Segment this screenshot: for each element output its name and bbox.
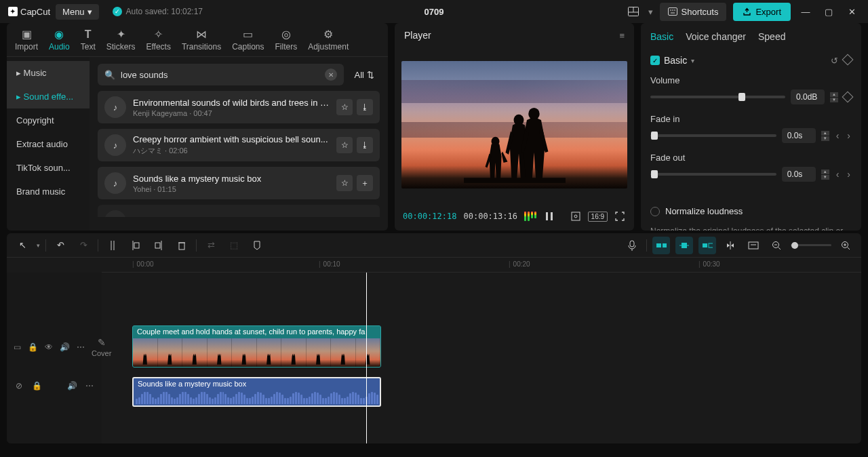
sidebar-item-extract[interactable]: Extract audio: [7, 132, 90, 156]
undo-button[interactable]: ↶: [52, 237, 69, 254]
fadeout-value[interactable]: 0.0s: [782, 167, 816, 182]
clear-cache-button[interactable]: [745, 237, 762, 254]
tracks-area[interactable]: ▭ 🔒 👁 🔊 ⋯ ✎ Cover ⊘ 🔒 �: [7, 273, 861, 443]
tab-audio[interactable]: ◉Audio: [43, 26, 75, 54]
volume-slider[interactable]: [650, 96, 785, 98]
volume-up[interactable]: ▲: [830, 92, 838, 97]
result-item[interactable]: ♪ Creepy horror ambient with suspicious …: [98, 129, 380, 161]
download-button[interactable]: ⭳: [357, 137, 373, 153]
tab-basic[interactable]: Basic: [650, 31, 673, 42]
tab-adjustment[interactable]: ⚙Adjustment: [302, 26, 354, 54]
tab-speed[interactable]: Speed: [758, 31, 785, 42]
tab-filters[interactable]: ◎Filters: [270, 26, 303, 54]
result-item[interactable]: ♪ DJ scratch sounds and simple beats(128…: [98, 205, 380, 217]
result-item[interactable]: ♪ Sounds like a mystery music box Yohei …: [98, 167, 380, 199]
pointer-tool[interactable]: ↖: [14, 237, 31, 254]
magnet-main-button[interactable]: [652, 237, 670, 254]
audio-clip[interactable]: Sounds like a mystery music box: [132, 377, 381, 407]
mute-icon[interactable]: 🔊: [60, 342, 70, 352]
favorite-button[interactable]: ☆: [336, 137, 353, 153]
split-button[interactable]: [104, 237, 121, 254]
volume-down[interactable]: ▼: [830, 98, 838, 102]
eye-icon[interactable]: 👁: [45, 342, 53, 352]
tab-stickers[interactable]: ✦Stickers: [101, 26, 141, 54]
timeline-ruler[interactable]: 00:00 00:10 00:20 00:30: [102, 258, 861, 273]
trim-left-button[interactable]: [127, 237, 144, 254]
disable-icon[interactable]: ⊘: [14, 381, 24, 391]
mute-icon[interactable]: 🔊: [66, 381, 77, 391]
player-menu-button[interactable]: ≡: [619, 31, 625, 41]
volume-keyframe[interactable]: [842, 92, 854, 103]
keyframe-button[interactable]: [842, 54, 854, 65]
add-button[interactable]: ＋: [357, 175, 373, 191]
menu-button[interactable]: Menu ▾: [56, 4, 99, 20]
chevron-down-icon[interactable]: ▾: [37, 242, 40, 249]
next-arrow[interactable]: ›: [846, 130, 852, 141]
fadein-up[interactable]: ▲: [821, 131, 829, 136]
more-icon[interactable]: ⋯: [77, 342, 85, 352]
volume-value[interactable]: 0.0dB: [791, 90, 825, 104]
download-button[interactable]: ⭳: [357, 99, 373, 115]
maximize-button[interactable]: ▢: [821, 3, 837, 20]
aspect-ratio-button[interactable]: 16:9: [589, 207, 606, 225]
lock-icon[interactable]: 🔒: [28, 342, 38, 352]
tab-transitions[interactable]: ⋈Transitions: [176, 26, 226, 54]
sidebar-item-sound-effects[interactable]: ▸ Sound effe...: [7, 85, 90, 108]
layout-button[interactable]: [625, 3, 642, 20]
result-item[interactable]: ♪ Environmental sounds of wild birds and…: [98, 91, 380, 123]
marker-button[interactable]: [248, 237, 266, 254]
video-preview[interactable]: [401, 61, 627, 188]
shortcuts-button[interactable]: Shortcuts: [660, 3, 727, 21]
zoom-slider[interactable]: [791, 244, 831, 246]
safe-zone-button[interactable]: [570, 207, 583, 225]
minimize-button[interactable]: —: [797, 3, 814, 20]
track-type-icon[interactable]: ▭: [14, 342, 21, 352]
export-button[interactable]: Export: [733, 3, 791, 21]
pause-button[interactable]: [543, 207, 556, 225]
redo-button[interactable]: ↷: [75, 237, 92, 254]
zoom-in-button[interactable]: [837, 237, 854, 254]
favorite-button[interactable]: ☆: [336, 175, 353, 191]
chevron-down-icon[interactable]: ▾: [648, 7, 653, 17]
mirror-button[interactable]: ⇄: [202, 237, 220, 254]
sidebar-item-brand[interactable]: Brand music: [7, 180, 90, 203]
search-box[interactable]: 🔍 ✕: [98, 64, 344, 85]
next-arrow[interactable]: ›: [846, 169, 852, 180]
fadein-down[interactable]: ▼: [821, 136, 829, 141]
link-button[interactable]: [698, 237, 716, 254]
fadeout-down[interactable]: ▼: [821, 175, 829, 180]
normalize-loudness-row[interactable]: Normalize loudness: [650, 206, 852, 216]
more-icon[interactable]: ⋯: [84, 381, 95, 391]
lock-icon[interactable]: 🔒: [31, 381, 42, 391]
zoom-out-button[interactable]: [768, 237, 785, 254]
tab-effects[interactable]: ✧Effects: [140, 26, 176, 54]
playhead[interactable]: [366, 273, 367, 443]
fadein-slider[interactable]: [650, 134, 776, 137]
tab-import[interactable]: ▣Import: [9, 26, 43, 54]
tab-voice-changer[interactable]: Voice changer: [686, 31, 746, 42]
crop-button[interactable]: ⬚: [225, 237, 243, 254]
search-input[interactable]: [121, 70, 319, 80]
magnet-track-button[interactable]: [675, 237, 693, 254]
clear-search-button[interactable]: ✕: [325, 68, 337, 81]
delete-button[interactable]: [173, 237, 191, 254]
tab-text[interactable]: TText: [75, 26, 101, 54]
sidebar-item-copyright[interactable]: Copyright: [7, 108, 90, 132]
filter-all-button[interactable]: All ⇅: [349, 66, 380, 84]
preview-axis-button[interactable]: [722, 237, 739, 254]
sidebar-item-tiktok[interactable]: TikTok soun...: [7, 156, 90, 180]
fadeout-up[interactable]: ▲: [821, 170, 829, 174]
tab-captions[interactable]: ▭Captions: [226, 26, 269, 54]
normalize-checkbox[interactable]: [650, 207, 660, 216]
fadeout-slider[interactable]: [650, 173, 776, 176]
close-button[interactable]: ✕: [844, 3, 860, 20]
prev-arrow[interactable]: ‹: [835, 169, 841, 180]
sidebar-item-music[interactable]: ▸ Music: [7, 61, 90, 85]
prev-arrow[interactable]: ‹: [835, 130, 841, 141]
chevron-down-icon[interactable]: ▾: [691, 57, 694, 64]
reset-button[interactable]: ↺: [831, 56, 838, 66]
fullscreen-button[interactable]: [613, 207, 626, 225]
favorite-button[interactable]: ☆: [336, 99, 353, 115]
fadein-value[interactable]: 0.0s: [782, 128, 816, 143]
section-enabled-checkbox[interactable]: ✓: [650, 56, 660, 65]
